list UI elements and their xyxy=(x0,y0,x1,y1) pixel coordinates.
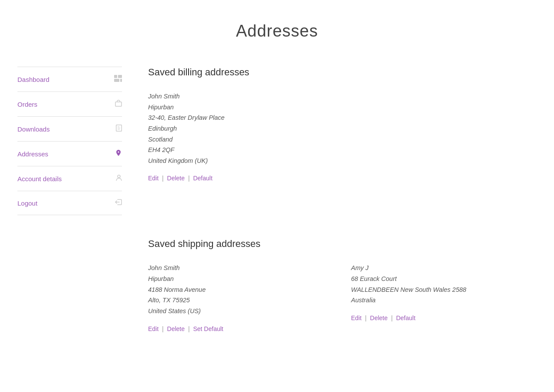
shipping-1-sep-1: | xyxy=(162,325,164,332)
svg-rect-0 xyxy=(114,75,117,78)
sidebar-item-addresses[interactable]: Addresses xyxy=(17,142,122,166)
svg-rect-2 xyxy=(114,79,119,82)
billing-default-link[interactable]: Default xyxy=(193,175,212,182)
shipping-1-set-default-link[interactable]: Set Default xyxy=(193,325,223,332)
shipping-2-name: Amy J xyxy=(351,263,537,274)
billing-company: Hipurban xyxy=(148,102,537,113)
shipping-1-company: Hipurban xyxy=(148,274,334,284)
billing-address-actions: Edit | Delete | Default xyxy=(148,175,537,182)
shipping-1-name: John Smith xyxy=(148,263,334,274)
downloads-icon xyxy=(116,125,122,133)
shipping-address-block-2: Amy J 68 Eurack Court WALLENDBEEN New So… xyxy=(351,263,537,306)
shipping-2-city: WALLENDBEEN New South Wales 2588 xyxy=(351,284,537,295)
billing-separator-2: | xyxy=(188,175,190,182)
shipping-1-city: Alto, TX 75925 xyxy=(148,295,334,306)
sidebar: Dashboard Orders xyxy=(17,67,122,215)
dashboard-icon xyxy=(114,75,122,84)
sidebar-item-label-addresses: Addresses xyxy=(17,150,48,158)
sidebar-item-account-details[interactable]: Account details xyxy=(17,166,122,191)
page-title: Addresses xyxy=(17,22,537,41)
shipping-1-actions: Edit | Delete | Set Default xyxy=(148,325,334,332)
sidebar-item-downloads[interactable]: Downloads xyxy=(17,117,122,142)
shipping-2-country: Australia xyxy=(351,295,537,306)
shipping-2-actions: Edit | Delete | Default xyxy=(351,314,537,321)
page-title-area: Addresses xyxy=(17,0,537,67)
sidebar-item-label-logout: Logout xyxy=(17,199,37,207)
shipping-2-street: 68 Eurack Court xyxy=(351,274,537,284)
billing-edit-link[interactable]: Edit xyxy=(148,175,159,182)
sidebar-item-logout[interactable]: Logout xyxy=(17,191,122,215)
main-content: Saved billing addresses John Smith Hipur… xyxy=(148,67,537,332)
svg-rect-4 xyxy=(115,102,122,106)
shipping-grid: John Smith Hipurban 4188 Norma Avenue Al… xyxy=(148,263,537,332)
sidebar-item-label-orders: Orders xyxy=(17,101,37,108)
sidebar-item-label-account-details: Account details xyxy=(17,175,62,182)
shipping-section-title: Saved shipping addresses xyxy=(148,238,537,250)
svg-rect-1 xyxy=(118,75,122,78)
shipping-1-street: 4188 Norma Avenue xyxy=(148,284,334,295)
shipping-1-country: United States (US) xyxy=(148,306,334,317)
billing-street: 32-40, Easter Drylaw Place xyxy=(148,112,537,123)
billing-name: John Smith xyxy=(148,91,537,102)
shipping-1-delete-link[interactable]: Delete xyxy=(167,325,185,332)
billing-postcode: EH4 2QF xyxy=(148,145,537,155)
shipping-address-block-1: John Smith Hipurban 4188 Norma Avenue Al… xyxy=(148,263,334,316)
sidebar-item-label-downloads: Downloads xyxy=(17,125,50,133)
shipping-entry-1: John Smith Hipurban 4188 Norma Avenue Al… xyxy=(148,263,334,332)
billing-section-title: Saved billing addresses xyxy=(148,67,537,78)
sidebar-item-dashboard[interactable]: Dashboard xyxy=(17,67,122,92)
addresses-icon xyxy=(115,149,122,158)
shipping-1-edit-link[interactable]: Edit xyxy=(148,325,159,332)
billing-region: Scotland xyxy=(148,134,537,145)
shipping-2-delete-link[interactable]: Delete xyxy=(370,314,388,321)
shipping-2-sep-2: | xyxy=(391,314,393,321)
billing-section: Saved billing addresses John Smith Hipur… xyxy=(148,67,537,182)
account-icon xyxy=(116,174,122,183)
shipping-section: Saved shipping addresses John Smith Hipu… xyxy=(148,238,537,332)
shipping-2-sep-1: | xyxy=(365,314,367,321)
billing-address-block: John Smith Hipurban 32-40, Easter Drylaw… xyxy=(148,91,537,166)
shipping-2-edit-link[interactable]: Edit xyxy=(351,314,361,321)
logout-icon xyxy=(115,199,122,207)
orders-icon xyxy=(115,100,122,108)
sidebar-item-orders[interactable]: Orders xyxy=(17,92,122,117)
svg-rect-3 xyxy=(120,79,122,82)
shipping-entry-2: Amy J 68 Eurack Court WALLENDBEEN New So… xyxy=(351,263,537,332)
billing-delete-link[interactable]: Delete xyxy=(167,175,185,182)
shipping-1-sep-2: | xyxy=(188,325,190,332)
shipping-2-default-link[interactable]: Default xyxy=(396,314,415,321)
svg-point-7 xyxy=(118,175,120,178)
billing-separator-1: | xyxy=(162,175,164,182)
billing-country: United Kingdom (UK) xyxy=(148,155,537,166)
svg-point-6 xyxy=(118,152,119,153)
sidebar-item-label-dashboard: Dashboard xyxy=(17,76,49,83)
billing-city: Edinburgh xyxy=(148,123,537,134)
